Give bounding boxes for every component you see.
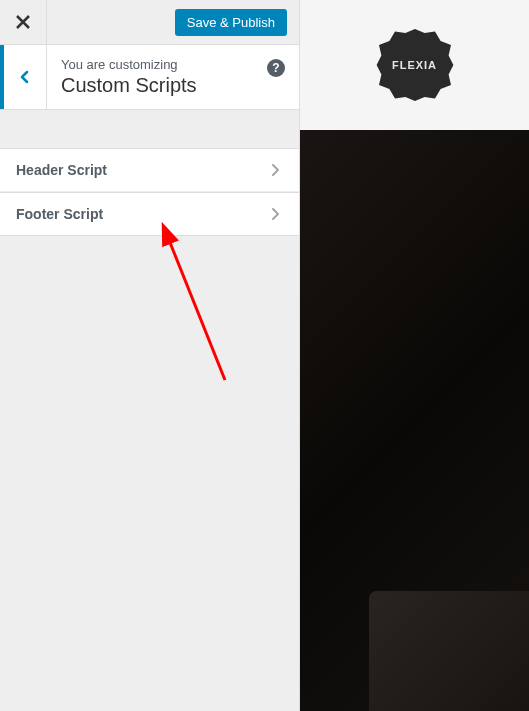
save-publish-button[interactable]: Save & Publish: [175, 9, 287, 36]
close-icon: [16, 15, 30, 29]
top-bar-actions: Save & Publish: [47, 0, 299, 44]
chevron-right-icon: [267, 162, 283, 178]
section-label: Header Script: [16, 162, 107, 178]
section-header-script[interactable]: Header Script: [0, 148, 299, 192]
chevron-right-icon: [267, 206, 283, 222]
section-footer-script[interactable]: Footer Script: [0, 192, 299, 236]
section-gap: [0, 110, 299, 148]
top-bar: Save & Publish: [0, 0, 299, 45]
site-logo: FLEXIA: [375, 25, 455, 105]
chevron-left-icon: [17, 69, 33, 85]
customizing-label: You are customizing: [61, 57, 285, 72]
preview-header: FLEXIA: [300, 0, 529, 130]
panel-header-content: You are customizing Custom Scripts ?: [47, 45, 299, 109]
annotation-arrow: [155, 220, 235, 390]
svg-line-1: [165, 230, 225, 380]
section-label: Footer Script: [16, 206, 103, 222]
help-icon[interactable]: ?: [267, 59, 285, 77]
preview-pane: FLEXIA: [300, 0, 529, 711]
preview-body: [300, 130, 529, 711]
back-button[interactable]: [0, 45, 47, 109]
panel-header: You are customizing Custom Scripts ?: [0, 45, 299, 110]
customizer-sidebar: Save & Publish You are customizing Custo…: [0, 0, 300, 711]
panel-title: Custom Scripts: [61, 74, 285, 97]
logo-text: FLEXIA: [392, 59, 437, 71]
close-button[interactable]: [0, 0, 47, 44]
